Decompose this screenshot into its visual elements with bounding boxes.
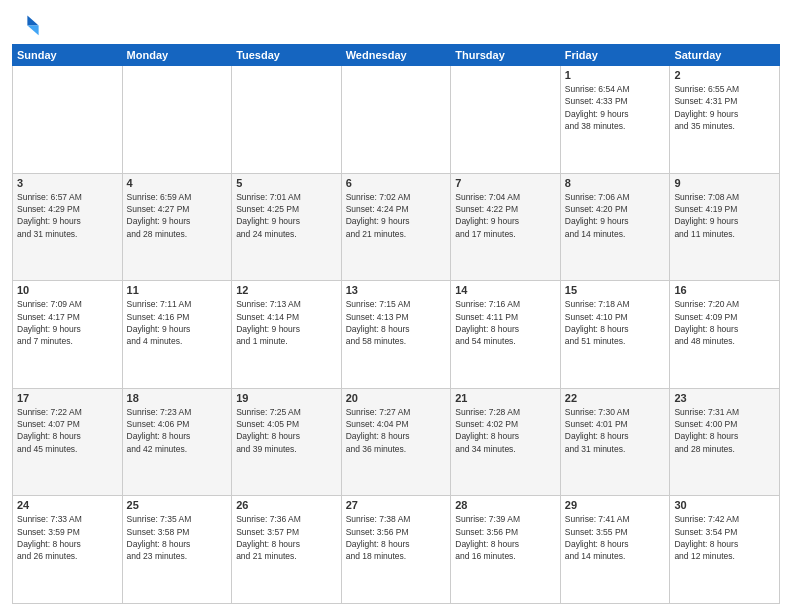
logo <box>12 10 42 38</box>
day-cell: 14Sunrise: 7:16 AM Sunset: 4:11 PM Dayli… <box>451 281 561 389</box>
day-cell: 6Sunrise: 7:02 AM Sunset: 4:24 PM Daylig… <box>341 173 451 281</box>
day-cell: 15Sunrise: 7:18 AM Sunset: 4:10 PM Dayli… <box>560 281 670 389</box>
day-info: Sunrise: 7:33 AM Sunset: 3:59 PM Dayligh… <box>17 513 118 562</box>
day-number: 23 <box>674 392 775 404</box>
day-info: Sunrise: 7:36 AM Sunset: 3:57 PM Dayligh… <box>236 513 337 562</box>
day-cell: 30Sunrise: 7:42 AM Sunset: 3:54 PM Dayli… <box>670 496 780 604</box>
day-number: 6 <box>346 177 447 189</box>
day-number: 17 <box>17 392 118 404</box>
day-info: Sunrise: 7:28 AM Sunset: 4:02 PM Dayligh… <box>455 406 556 455</box>
day-info: Sunrise: 7:25 AM Sunset: 4:05 PM Dayligh… <box>236 406 337 455</box>
day-info: Sunrise: 7:41 AM Sunset: 3:55 PM Dayligh… <box>565 513 666 562</box>
day-cell: 23Sunrise: 7:31 AM Sunset: 4:00 PM Dayli… <box>670 388 780 496</box>
header <box>12 10 780 38</box>
calendar-table: Sunday Monday Tuesday Wednesday Thursday… <box>12 44 780 604</box>
day-number: 12 <box>236 284 337 296</box>
day-info: Sunrise: 7:02 AM Sunset: 4:24 PM Dayligh… <box>346 191 447 240</box>
day-cell: 27Sunrise: 7:38 AM Sunset: 3:56 PM Dayli… <box>341 496 451 604</box>
day-info: Sunrise: 7:39 AM Sunset: 3:56 PM Dayligh… <box>455 513 556 562</box>
day-number: 19 <box>236 392 337 404</box>
day-number: 14 <box>455 284 556 296</box>
day-info: Sunrise: 7:08 AM Sunset: 4:19 PM Dayligh… <box>674 191 775 240</box>
day-number: 30 <box>674 499 775 511</box>
day-cell: 10Sunrise: 7:09 AM Sunset: 4:17 PM Dayli… <box>13 281 123 389</box>
day-info: Sunrise: 7:22 AM Sunset: 4:07 PM Dayligh… <box>17 406 118 455</box>
day-info: Sunrise: 7:38 AM Sunset: 3:56 PM Dayligh… <box>346 513 447 562</box>
day-info: Sunrise: 6:54 AM Sunset: 4:33 PM Dayligh… <box>565 83 666 132</box>
day-cell: 5Sunrise: 7:01 AM Sunset: 4:25 PM Daylig… <box>232 173 342 281</box>
day-cell: 26Sunrise: 7:36 AM Sunset: 3:57 PM Dayli… <box>232 496 342 604</box>
header-tuesday: Tuesday <box>232 45 342 66</box>
day-number: 3 <box>17 177 118 189</box>
day-cell: 4Sunrise: 6:59 AM Sunset: 4:27 PM Daylig… <box>122 173 232 281</box>
header-sunday: Sunday <box>13 45 123 66</box>
day-cell: 21Sunrise: 7:28 AM Sunset: 4:02 PM Dayli… <box>451 388 561 496</box>
day-number: 28 <box>455 499 556 511</box>
day-info: Sunrise: 7:16 AM Sunset: 4:11 PM Dayligh… <box>455 298 556 347</box>
day-info: Sunrise: 7:11 AM Sunset: 4:16 PM Dayligh… <box>127 298 228 347</box>
header-thursday: Thursday <box>451 45 561 66</box>
day-number: 24 <box>17 499 118 511</box>
header-monday: Monday <box>122 45 232 66</box>
weekday-header-row: Sunday Monday Tuesday Wednesday Thursday… <box>13 45 780 66</box>
day-cell: 28Sunrise: 7:39 AM Sunset: 3:56 PM Dayli… <box>451 496 561 604</box>
week-row-4: 17Sunrise: 7:22 AM Sunset: 4:07 PM Dayli… <box>13 388 780 496</box>
day-number: 26 <box>236 499 337 511</box>
day-info: Sunrise: 7:15 AM Sunset: 4:13 PM Dayligh… <box>346 298 447 347</box>
day-info: Sunrise: 7:27 AM Sunset: 4:04 PM Dayligh… <box>346 406 447 455</box>
day-cell <box>122 66 232 174</box>
header-friday: Friday <box>560 45 670 66</box>
day-cell: 2Sunrise: 6:55 AM Sunset: 4:31 PM Daylig… <box>670 66 780 174</box>
day-number: 10 <box>17 284 118 296</box>
day-number: 8 <box>565 177 666 189</box>
day-number: 5 <box>236 177 337 189</box>
day-number: 29 <box>565 499 666 511</box>
day-cell: 29Sunrise: 7:41 AM Sunset: 3:55 PM Dayli… <box>560 496 670 604</box>
day-info: Sunrise: 6:59 AM Sunset: 4:27 PM Dayligh… <box>127 191 228 240</box>
day-cell: 11Sunrise: 7:11 AM Sunset: 4:16 PM Dayli… <box>122 281 232 389</box>
svg-marker-0 <box>27 16 38 26</box>
day-cell: 20Sunrise: 7:27 AM Sunset: 4:04 PM Dayli… <box>341 388 451 496</box>
day-info: Sunrise: 7:20 AM Sunset: 4:09 PM Dayligh… <box>674 298 775 347</box>
page: Sunday Monday Tuesday Wednesday Thursday… <box>0 0 792 612</box>
day-cell: 3Sunrise: 6:57 AM Sunset: 4:29 PM Daylig… <box>13 173 123 281</box>
day-cell <box>232 66 342 174</box>
day-number: 25 <box>127 499 228 511</box>
day-cell: 18Sunrise: 7:23 AM Sunset: 4:06 PM Dayli… <box>122 388 232 496</box>
week-row-1: 1Sunrise: 6:54 AM Sunset: 4:33 PM Daylig… <box>13 66 780 174</box>
day-cell: 1Sunrise: 6:54 AM Sunset: 4:33 PM Daylig… <box>560 66 670 174</box>
day-info: Sunrise: 7:23 AM Sunset: 4:06 PM Dayligh… <box>127 406 228 455</box>
day-number: 4 <box>127 177 228 189</box>
header-wednesday: Wednesday <box>341 45 451 66</box>
day-number: 13 <box>346 284 447 296</box>
day-number: 20 <box>346 392 447 404</box>
day-cell <box>451 66 561 174</box>
day-number: 21 <box>455 392 556 404</box>
day-number: 15 <box>565 284 666 296</box>
day-info: Sunrise: 7:35 AM Sunset: 3:58 PM Dayligh… <box>127 513 228 562</box>
day-info: Sunrise: 6:55 AM Sunset: 4:31 PM Dayligh… <box>674 83 775 132</box>
day-number: 22 <box>565 392 666 404</box>
day-cell <box>13 66 123 174</box>
svg-marker-1 <box>27 25 38 35</box>
day-cell: 16Sunrise: 7:20 AM Sunset: 4:09 PM Dayli… <box>670 281 780 389</box>
day-info: Sunrise: 7:18 AM Sunset: 4:10 PM Dayligh… <box>565 298 666 347</box>
day-cell: 24Sunrise: 7:33 AM Sunset: 3:59 PM Dayli… <box>13 496 123 604</box>
day-cell: 8Sunrise: 7:06 AM Sunset: 4:20 PM Daylig… <box>560 173 670 281</box>
day-cell <box>341 66 451 174</box>
day-info: Sunrise: 6:57 AM Sunset: 4:29 PM Dayligh… <box>17 191 118 240</box>
day-cell: 7Sunrise: 7:04 AM Sunset: 4:22 PM Daylig… <box>451 173 561 281</box>
week-row-2: 3Sunrise: 6:57 AM Sunset: 4:29 PM Daylig… <box>13 173 780 281</box>
day-info: Sunrise: 7:06 AM Sunset: 4:20 PM Dayligh… <box>565 191 666 240</box>
day-cell: 12Sunrise: 7:13 AM Sunset: 4:14 PM Dayli… <box>232 281 342 389</box>
day-info: Sunrise: 7:31 AM Sunset: 4:00 PM Dayligh… <box>674 406 775 455</box>
logo-icon <box>12 10 40 38</box>
day-number: 11 <box>127 284 228 296</box>
day-number: 16 <box>674 284 775 296</box>
day-cell: 19Sunrise: 7:25 AM Sunset: 4:05 PM Dayli… <box>232 388 342 496</box>
day-cell: 9Sunrise: 7:08 AM Sunset: 4:19 PM Daylig… <box>670 173 780 281</box>
day-info: Sunrise: 7:09 AM Sunset: 4:17 PM Dayligh… <box>17 298 118 347</box>
day-number: 27 <box>346 499 447 511</box>
day-info: Sunrise: 7:30 AM Sunset: 4:01 PM Dayligh… <box>565 406 666 455</box>
day-number: 9 <box>674 177 775 189</box>
